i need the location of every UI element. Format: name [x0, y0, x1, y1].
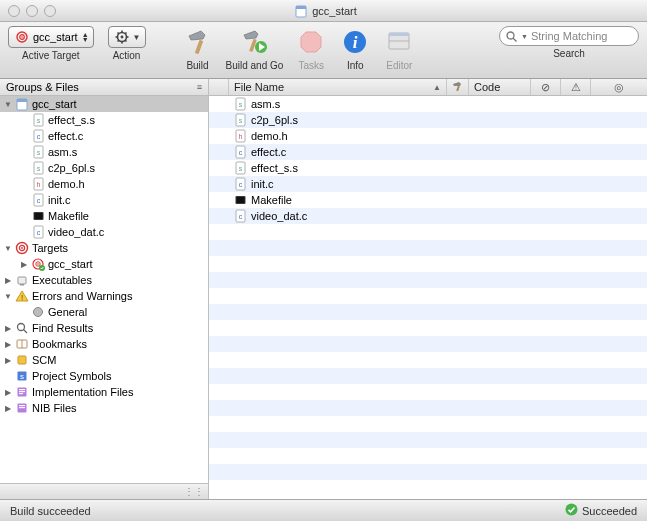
- search-caption: Search: [553, 48, 585, 59]
- sidebar-item[interactable]: ceffect.c: [0, 128, 208, 144]
- sidebar-item-label: Errors and Warnings: [32, 290, 132, 302]
- file-row[interactable]: seffect_s.s: [209, 160, 647, 176]
- info-button[interactable]: i Info: [339, 26, 371, 71]
- file-row: [209, 272, 647, 288]
- file-s-icon: s: [31, 145, 45, 159]
- col-error[interactable]: ⊘: [531, 79, 561, 95]
- disclosure-closed-icon[interactable]: ▶: [20, 260, 28, 269]
- sidebar-item[interactable]: cinit.c: [0, 192, 208, 208]
- disclosure-closed-icon[interactable]: ▶: [4, 340, 12, 349]
- svg-rect-85: [236, 197, 244, 203]
- sidebar-resize-icon[interactable]: ⋮⋮: [184, 486, 204, 497]
- file-c-icon: c: [31, 225, 45, 239]
- svg-text:s: s: [238, 101, 242, 108]
- svg-line-13: [117, 40, 118, 41]
- sidebar-item[interactable]: sc2p_6pl.s: [0, 160, 208, 176]
- col-target[interactable]: ◎: [591, 79, 647, 95]
- file-row[interactable]: cvideo_dat.c: [209, 208, 647, 224]
- tasks-button[interactable]: Tasks: [295, 26, 327, 71]
- col-check[interactable]: [209, 79, 229, 95]
- sidebar-header-menu-icon[interactable]: ≡: [197, 82, 202, 92]
- sidebar-item[interactable]: ▶gcc_start: [0, 256, 208, 272]
- file-row[interactable]: sasm.s: [209, 96, 647, 112]
- col-code[interactable]: Code: [469, 79, 531, 95]
- active-target-popup[interactable]: gcc_start ▲▼: [8, 26, 94, 48]
- svg-text:c: c: [238, 181, 242, 188]
- sidebar-tree[interactable]: ▼gcc_startseffect_s.sceffect.csasm.ssc2p…: [0, 96, 208, 483]
- file-row[interactable]: Makefile: [209, 192, 647, 208]
- body: Groups & Files ≡ ▼gcc_startseffect_s.sce…: [0, 79, 647, 499]
- popup-arrows-icon: ▲▼: [82, 32, 89, 42]
- disclosure-closed-icon[interactable]: ▶: [4, 276, 12, 285]
- file-row: [209, 400, 647, 416]
- file-list: File Name ▲ Code ⊘ ⚠ ◎ sasm.ssc2p_6pl.sh…: [209, 79, 647, 499]
- sidebar-item[interactable]: ▼Targets: [0, 240, 208, 256]
- sidebar-item[interactable]: ▶Find Results: [0, 320, 208, 336]
- sidebar-header: Groups & Files ≡: [0, 79, 208, 96]
- sidebar-item[interactable]: ▶NIB Files: [0, 400, 208, 416]
- col-warning[interactable]: ⚠: [561, 79, 591, 95]
- build-and-go-button[interactable]: Build and Go: [226, 26, 284, 71]
- sidebar-item[interactable]: sasm.s: [0, 144, 208, 160]
- sidebar-item[interactable]: ▶Executables: [0, 272, 208, 288]
- tasks-caption: Tasks: [299, 60, 325, 71]
- sidebar-item[interactable]: General: [0, 304, 208, 320]
- svg-point-4: [21, 36, 23, 38]
- svg-rect-71: [456, 85, 460, 90]
- col-filename[interactable]: File Name ▲: [229, 79, 447, 95]
- action-caption: Action: [113, 50, 141, 61]
- sidebar-item[interactable]: ▶Implementation Files: [0, 384, 208, 400]
- action-popup[interactable]: ▼: [108, 26, 146, 48]
- col-build[interactable]: [447, 79, 469, 95]
- sidebar-item-label: effect_s.s: [48, 114, 95, 126]
- file-row: [209, 432, 647, 448]
- file-row: [209, 288, 647, 304]
- sidebar-item[interactable]: seffect_s.s: [0, 112, 208, 128]
- sidebar-item[interactable]: ▶SCM: [0, 352, 208, 368]
- disclosure-open-icon[interactable]: ▼: [4, 244, 12, 253]
- action-group: ▼ Action: [108, 26, 146, 61]
- file-row[interactable]: ceffect.c: [209, 144, 647, 160]
- editor-button[interactable]: Editor: [383, 26, 415, 71]
- file-row[interactable]: cinit.c: [209, 176, 647, 192]
- build-button[interactable]: Build: [182, 26, 214, 71]
- disclosure-open-icon[interactable]: ▼: [4, 292, 12, 301]
- svg-marker-19: [301, 32, 321, 52]
- window-title-text: gcc_start: [312, 5, 357, 17]
- file-row[interactable]: hdemo.h: [209, 128, 647, 144]
- svg-line-12: [125, 40, 126, 41]
- minimize-window-button[interactable]: [26, 5, 38, 17]
- zoom-window-button[interactable]: [44, 5, 56, 17]
- sidebar-item[interactable]: ▼!Errors and Warnings: [0, 288, 208, 304]
- sidebar-item[interactable]: ▶Bookmarks: [0, 336, 208, 352]
- sidebar-item[interactable]: hdemo.h: [0, 176, 208, 192]
- stop-icon: [295, 26, 327, 58]
- sidebar-item-label: demo.h: [48, 178, 85, 190]
- titlebar: gcc_start: [0, 0, 647, 22]
- sidebar-item[interactable]: ▼gcc_start: [0, 96, 208, 112]
- sidebar-item-label: init.c: [48, 194, 71, 206]
- disclosure-closed-icon[interactable]: ▶: [4, 356, 12, 365]
- file-s-icon: s: [233, 97, 247, 111]
- search-field[interactable]: ▼ String Matching: [499, 26, 639, 46]
- disclosure-closed-icon[interactable]: ▶: [4, 324, 12, 333]
- close-window-button[interactable]: [8, 5, 20, 17]
- file-row[interactable]: sc2p_6pl.s: [209, 112, 647, 128]
- file-row: [209, 384, 647, 400]
- svg-text:s: s: [238, 117, 242, 124]
- sidebar-item[interactable]: Makefile: [0, 208, 208, 224]
- svg-point-50: [37, 263, 39, 265]
- file-list-rows[interactable]: sasm.ssc2p_6pl.shdemo.hceffect.cseffect_…: [209, 96, 647, 499]
- sidebar-item[interactable]: cvideo_dat.c: [0, 224, 208, 240]
- sidebar-item-label: Targets: [32, 242, 68, 254]
- build-caption: Build: [186, 60, 208, 71]
- status-right-text: Succeeded: [582, 505, 637, 517]
- disclosure-closed-icon[interactable]: ▶: [4, 404, 12, 413]
- svg-text:s: s: [36, 117, 40, 124]
- svg-rect-69: [19, 405, 25, 406]
- svg-rect-67: [19, 393, 23, 394]
- disclosure-open-icon[interactable]: ▼: [4, 100, 12, 109]
- disclosure-closed-icon[interactable]: ▶: [4, 388, 12, 397]
- sidebar-item[interactable]: sProject Symbols: [0, 368, 208, 384]
- window-controls: [8, 5, 56, 17]
